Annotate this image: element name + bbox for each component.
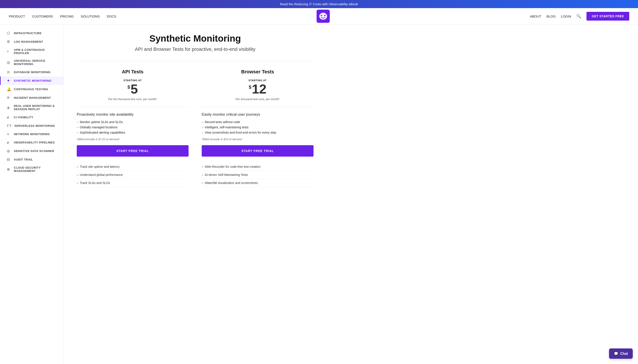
svg-point-3 bbox=[324, 15, 326, 16]
sidebar-label-log-management: LOG MANAGEMENT bbox=[14, 40, 43, 43]
sidebar-item-infrastructure[interactable]: ⬡ INFRASTRUCTURE bbox=[0, 29, 63, 38]
api-tagline: Proactively monitor site availability bbox=[77, 112, 189, 117]
sidebar-item-serverless[interactable]: fx SERVERLESS MONITORING bbox=[0, 122, 63, 130]
audit-trail-icon: ⊟ bbox=[7, 158, 11, 162]
nav-pricing[interactable]: PRICING bbox=[60, 14, 74, 18]
sidebar-item-network-monitoring[interactable]: ⟡ NETWORK MONITORING bbox=[0, 130, 63, 138]
sidebar-label-observability-pipelines: OBSERVABILITY PIPELINES bbox=[14, 141, 55, 144]
svg-point-1 bbox=[319, 13, 327, 20]
api-billing-note: *Billed annually or $7.20 on-demand bbox=[77, 138, 189, 141]
chat-label: Chat bbox=[620, 352, 628, 356]
browser-tests-column: Browser Tests STARTING AT $ 12 Per thous… bbox=[202, 69, 313, 187]
sidebar-label-serverless: SERVERLESS MONITORING bbox=[14, 124, 55, 128]
sidebar-item-continuous-testing[interactable]: 🔔 CONTINUOUS TESTING bbox=[0, 85, 63, 94]
sidebar-label-network-monitoring: NETWORK MONITORING bbox=[14, 132, 50, 136]
browser-price-per: Per thousand test runs, per month* bbox=[202, 98, 313, 101]
sidebar-item-synthetic-monitoring[interactable]: ✦ SYNTHETIC MONITORING bbox=[0, 76, 63, 85]
browser-tagline: Easily monitor critical user journeys bbox=[202, 112, 313, 117]
rum-icon: ⬗ bbox=[7, 106, 11, 110]
serverless-icon: fx bbox=[7, 124, 12, 128]
sidebar-label-rum: REAL USER MONITORING & SESSION REPLAY bbox=[14, 104, 57, 111]
browser-extra-2: AI-driven Self-Maintaining Tests bbox=[202, 171, 313, 179]
browser-extra-3: Waterfall visualization and screenshots bbox=[202, 179, 313, 187]
browser-extra-1: Web-Recorder for code-free test creation bbox=[202, 163, 313, 171]
api-tests-price: $ 5 bbox=[77, 82, 189, 96]
browser-feature-1: Record tests without code bbox=[202, 120, 313, 124]
browser-trial-button[interactable]: START FREE TRIAL bbox=[202, 145, 313, 156]
sidebar-label-universal-service: UNIVERSAL SERVICE MONITORING bbox=[14, 59, 57, 66]
api-extra-2: Understand global performance bbox=[77, 171, 189, 179]
browser-feature-list: Record tests without code Intelligent, s… bbox=[202, 120, 313, 134]
network-monitoring-icon: ⟡ bbox=[7, 132, 11, 136]
nav-product[interactable]: PRODUCT bbox=[9, 14, 25, 18]
pricing-grid: API Tests STARTING AT $ 5 Per ten thousa… bbox=[77, 69, 313, 187]
banner-text: Read the Reducing IT Costs with Observab… bbox=[280, 2, 358, 6]
page-subtitle: API and Browser Tests for proactive, end… bbox=[77, 46, 313, 52]
apm-icon: ≡ bbox=[7, 50, 11, 54]
svg-point-2 bbox=[321, 15, 322, 16]
chat-button[interactable]: 💬 Chat bbox=[609, 348, 633, 359]
browser-tests-starting-at: STARTING AT bbox=[202, 79, 313, 82]
api-feature-3: Sophisticated alerting capabilities bbox=[77, 131, 189, 134]
nav-customers[interactable]: CUSTOMERS bbox=[32, 14, 53, 18]
get-started-button[interactable]: GET STARTED FREE bbox=[586, 12, 629, 20]
nav-login[interactable]: LOGIN bbox=[561, 14, 571, 18]
browser-feature-2: Intelligent, self-maintaining tests bbox=[202, 126, 313, 129]
api-price-number: 5 bbox=[130, 82, 138, 96]
sidebar-label-apm: APM & CONTINUOUS PROFILER bbox=[14, 48, 57, 55]
log-management-icon: ⚙ bbox=[7, 40, 11, 44]
api-trial-button[interactable]: START FREE TRIAL bbox=[77, 145, 189, 156]
sidebar-item-audit-trail[interactable]: ⊟ AUDIT TRAIL bbox=[0, 155, 63, 164]
browser-price-number: 12 bbox=[252, 82, 267, 96]
sidebar-item-observability-pipelines[interactable]: ⌀ OBSERVABILITY PIPELINES bbox=[0, 138, 63, 147]
incident-management-icon: ⟳ bbox=[7, 96, 11, 100]
api-price-dollar: $ bbox=[127, 84, 130, 90]
main-content: Synthetic Monitoring API and Browser Tes… bbox=[64, 24, 327, 364]
sidebar-label-ci-visibility: CI VISIBILITY bbox=[14, 116, 33, 119]
sidebar: ⬡ INFRASTRUCTURE ⚙ LOG MANAGEMENT ≡ APM … bbox=[0, 24, 64, 364]
api-tests-header: API Tests bbox=[77, 69, 189, 75]
sidebar-item-log-management[interactable]: ⚙ LOG MANAGEMENT bbox=[0, 38, 63, 46]
top-banner[interactable]: Read the Reducing IT Costs with Observab… bbox=[0, 0, 638, 8]
sidebar-item-ci-visibility[interactable]: ⌀ CI VISIBILITY bbox=[0, 113, 63, 122]
sensitive-data-icon: ◎ bbox=[7, 149, 11, 153]
observability-pipelines-icon: ⌀ bbox=[7, 140, 11, 144]
api-feature-list: Monitor uptime SLAs and SLOs Globally ma… bbox=[77, 120, 189, 134]
nav-right: ABOUT BLOG LOGIN 🔍 GET STARTED FREE bbox=[530, 12, 629, 20]
sidebar-item-apm[interactable]: ≡ APM & CONTINUOUS PROFILER bbox=[0, 46, 63, 57]
sidebar-item-rum[interactable]: ⬗ REAL USER MONITORING & SESSION REPLAY bbox=[0, 102, 63, 113]
sidebar-label-synthetic-monitoring: SYNTHETIC MONITORING bbox=[14, 79, 52, 82]
nav-solutions[interactable]: SOLUTIONS bbox=[81, 14, 100, 18]
api-price-per: Per ten thousand test runs, per month* bbox=[77, 98, 189, 101]
logo[interactable] bbox=[316, 10, 330, 23]
sidebar-item-sensitive-data[interactable]: ◎ SENSITIVE DATA SCANNER bbox=[0, 147, 63, 155]
api-feature-2: Globally managed locations bbox=[77, 126, 189, 129]
sidebar-label-database-monitoring: DATABASE MONITORING bbox=[14, 70, 51, 74]
universal-service-icon: ◎ bbox=[7, 60, 11, 64]
browser-price-dollar: $ bbox=[249, 84, 251, 90]
sidebar-item-universal-service[interactable]: ◎ UNIVERSAL SERVICE MONITORING bbox=[0, 57, 63, 68]
sidebar-label-cloud-security: CLOUD SECURITY MANAGEMENT bbox=[14, 166, 57, 172]
browser-extra-features: Web-Recorder for code-free test creation… bbox=[202, 163, 313, 187]
sidebar-item-cloud-security[interactable]: ⊕ CLOUD SECURITY MANAGEMENT bbox=[0, 164, 63, 175]
api-extra-1: Track site uptime and latency bbox=[77, 163, 189, 171]
nav-blog[interactable]: BLOG bbox=[547, 14, 556, 18]
sidebar-item-database-monitoring[interactable]: ⊙ DATABASE MONITORING bbox=[0, 68, 63, 76]
browser-tests-price: $ 12 bbox=[202, 82, 313, 96]
search-icon[interactable]: 🔍 bbox=[576, 14, 581, 18]
nav-docs[interactable]: DOCS bbox=[107, 14, 116, 18]
api-feature-1: Monitor uptime SLAs and SLOs bbox=[77, 120, 189, 124]
page-layout: ⬡ INFRASTRUCTURE ⚙ LOG MANAGEMENT ≡ APM … bbox=[0, 24, 638, 364]
cloud-security-icon: ⊕ bbox=[7, 167, 11, 172]
chat-icon: 💬 bbox=[614, 352, 618, 356]
continuous-testing-icon: 🔔 bbox=[7, 87, 12, 91]
browser-billing-note: *Billed annually or $18 on-demand bbox=[202, 138, 313, 141]
sidebar-label-incident-management: INCIDENT MANAGEMENT bbox=[14, 96, 51, 100]
sidebar-item-incident-management[interactable]: ⟳ INCIDENT MANAGEMENT bbox=[0, 94, 63, 102]
database-monitoring-icon: ⊙ bbox=[7, 70, 11, 74]
nav-about[interactable]: ABOUT bbox=[530, 14, 541, 18]
main-nav: PRODUCT CUSTOMERS PRICING SOLUTIONS DOCS… bbox=[0, 8, 638, 24]
sidebar-label-infrastructure: INFRASTRUCTURE bbox=[14, 32, 42, 35]
api-extra-features: Track site uptime and latency Understand… bbox=[77, 163, 189, 187]
browser-feature-3: View screenshots and front-end errors fo… bbox=[202, 131, 313, 134]
